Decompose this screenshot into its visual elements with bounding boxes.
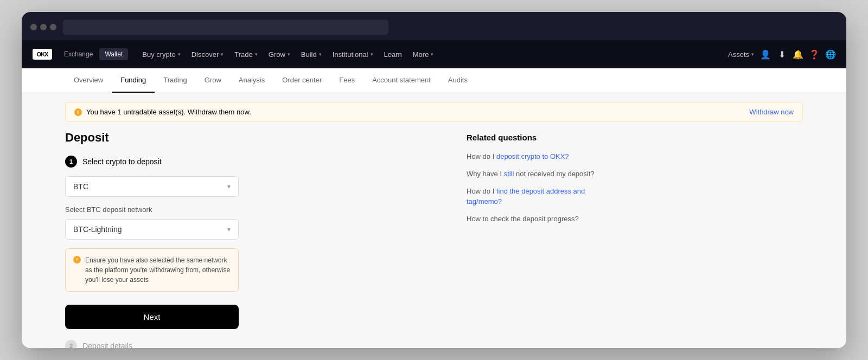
- nav-item-discover[interactable]: Discover ▾: [186, 47, 229, 62]
- nav-item-more[interactable]: More ▾: [407, 47, 439, 62]
- buy-crypto-chevron-icon: ▾: [178, 52, 181, 57]
- step1-badge: 1: [65, 156, 77, 168]
- step1-label: Select crypto to deposit: [82, 157, 162, 166]
- globe-icon[interactable]: 🌐: [826, 49, 835, 59]
- subnav-overview[interactable]: Overview: [65, 68, 112, 93]
- crypto-value: BTC: [73, 182, 88, 191]
- step2-label: Deposit details: [82, 342, 132, 348]
- nav-tab-exchange[interactable]: Exchange: [59, 48, 98, 60]
- subnav-analysis[interactable]: Analysis: [230, 68, 273, 93]
- network-value: BTC-Lightning: [73, 225, 122, 234]
- navbar: OKX Exchange Wallet Buy crypto ▾ Discove…: [22, 40, 846, 68]
- browser-window: OKX Exchange Wallet Buy crypto ▾ Discove…: [22, 12, 846, 348]
- related-title: Related questions: [467, 133, 608, 142]
- nav-tab-wallet[interactable]: Wallet: [99, 48, 128, 60]
- subnav-trading[interactable]: Trading: [155, 68, 196, 93]
- dot-red: [30, 24, 37, 30]
- related-question-2[interactable]: Why have I still not received my deposit…: [467, 169, 608, 179]
- assets-button[interactable]: Assets ▾: [728, 50, 754, 59]
- warning-text: Ensure you have also selected the same n…: [85, 255, 231, 285]
- related-question-3[interactable]: How do I find the deposit address and ta…: [467, 187, 608, 206]
- warning-icon: !: [73, 256, 81, 263]
- subnav-audits[interactable]: Audits: [439, 68, 476, 93]
- alert-message: You have 1 untradable asset(s). Withdraw…: [86, 108, 251, 116]
- logo-icon: OKX: [33, 49, 52, 60]
- trade-chevron-icon: ▾: [255, 52, 258, 57]
- step2-section: 2 Deposit details: [65, 340, 434, 348]
- page-content: Overview Funding Trading Grow Analysis O…: [22, 68, 846, 348]
- nav-tabs: Exchange Wallet: [59, 48, 128, 60]
- alert-bar: ! You have 1 untradable asset(s). Withdr…: [65, 102, 803, 122]
- related-section: Related questions How do I deposit crypt…: [467, 131, 608, 348]
- user-icon[interactable]: 👤: [761, 49, 770, 59]
- subnav-funding[interactable]: Funding: [112, 68, 155, 93]
- network-select[interactable]: BTC-Lightning ▾: [65, 219, 239, 240]
- subnav-grow[interactable]: Grow: [196, 68, 230, 93]
- assets-chevron-icon: ▾: [751, 52, 754, 57]
- network-chevron-icon: ▾: [227, 226, 231, 233]
- withdraw-now-link[interactable]: Withdraw now: [749, 108, 794, 116]
- subnav-account-statement[interactable]: Account statement: [363, 68, 439, 93]
- dot-yellow: [40, 24, 47, 30]
- network-label: Select BTC deposit network: [65, 205, 434, 214]
- related-question-1[interactable]: How do I deposit crypto to OKX?: [467, 152, 608, 162]
- crypto-chevron-icon: ▾: [227, 183, 231, 190]
- main-area: Deposit 1 Select crypto to deposit BTC ▾…: [22, 131, 846, 348]
- next-button[interactable]: Next: [65, 305, 239, 329]
- crypto-select[interactable]: BTC ▾: [65, 176, 239, 197]
- nav-item-trade[interactable]: Trade ▾: [229, 47, 263, 62]
- nav-right: Assets ▾ 👤 ⬇ 🔔 ❓ 🌐: [728, 49, 835, 59]
- step1-header: 1 Select crypto to deposit: [65, 156, 434, 168]
- alert-left: ! You have 1 untradable asset(s). Withdr…: [74, 108, 251, 116]
- nav-item-institutional[interactable]: Institutional ▾: [327, 47, 379, 62]
- subnav-fees[interactable]: Fees: [330, 68, 363, 93]
- deposit-title: Deposit: [65, 131, 434, 145]
- address-bar[interactable]: [63, 20, 388, 35]
- subnav-order-center[interactable]: Order center: [273, 68, 330, 93]
- build-chevron-icon: ▾: [319, 52, 322, 57]
- sub-nav: Overview Funding Trading Grow Analysis O…: [22, 68, 846, 93]
- more-chevron-icon: ▾: [431, 52, 433, 57]
- nav-item-buy-crypto[interactable]: Buy crypto ▾: [137, 47, 186, 62]
- warning-box: ! Ensure you have also selected the same…: [65, 248, 239, 292]
- nav-item-learn[interactable]: Learn: [379, 47, 407, 62]
- bell-icon[interactable]: 🔔: [793, 49, 803, 59]
- logo[interactable]: OKX: [33, 49, 52, 60]
- browser-dots: [30, 24, 56, 30]
- download-icon[interactable]: ⬇: [777, 49, 787, 59]
- dot-green: [50, 24, 56, 30]
- grow-chevron-icon: ▾: [288, 52, 290, 57]
- discover-chevron-icon: ▾: [221, 52, 224, 57]
- deposit-section: Deposit 1 Select crypto to deposit BTC ▾…: [65, 131, 434, 348]
- related-question-4[interactable]: How to check the deposit progress?: [467, 214, 608, 224]
- step2-badge: 2: [65, 340, 77, 348]
- help-icon[interactable]: ❓: [809, 49, 819, 59]
- institutional-chevron-icon: ▾: [371, 52, 373, 57]
- nav-item-grow[interactable]: Grow ▾: [263, 47, 296, 62]
- nav-menu: Buy crypto ▾ Discover ▾ Trade ▾ Grow ▾ B…: [137, 47, 728, 62]
- alert-icon: !: [74, 108, 82, 116]
- browser-chrome: [22, 12, 846, 40]
- nav-item-build[interactable]: Build ▾: [296, 47, 327, 62]
